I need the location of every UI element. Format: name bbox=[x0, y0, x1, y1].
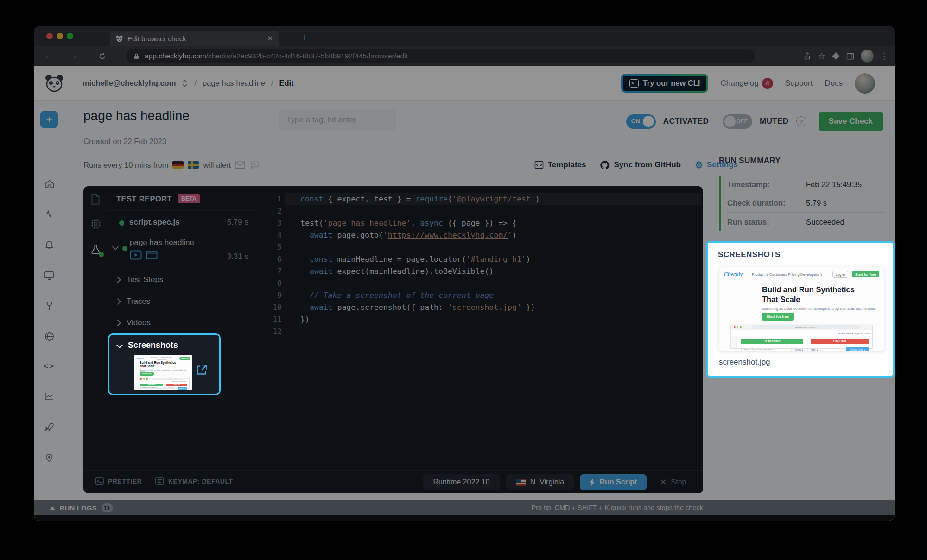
chevron-down-icon bbox=[116, 342, 123, 348]
close-window-light[interactable] bbox=[46, 33, 53, 39]
run-logs-bar[interactable]: RUN LOGS 11 Pro tip: CMD + SHIFT + K qui… bbox=[34, 500, 895, 515]
browser-tab[interactable]: Edit browser check ✕ bbox=[110, 31, 279, 46]
chevron-right-icon bbox=[114, 277, 121, 283]
templates-button[interactable]: Templates bbox=[534, 160, 586, 170]
lock-icon bbox=[133, 53, 140, 60]
chevron-right-icon bbox=[114, 298, 121, 305]
video-icon[interactable] bbox=[130, 250, 142, 260]
url-path: /checks/a2ec932b-c42c-4d16-8b37-5b8b9192… bbox=[206, 52, 408, 60]
run-summary-table: Timestamp:Feb 22 15:49:35 Check duration… bbox=[719, 176, 884, 231]
test-report-tab[interactable] bbox=[89, 243, 102, 257]
back-icon[interactable]: ← bbox=[42, 50, 55, 63]
screenshot-window-icon[interactable] bbox=[146, 250, 158, 260]
mini-cta-button: Start for free bbox=[852, 271, 879, 277]
save-check-button[interactable]: Save Check bbox=[819, 112, 883, 131]
sidebar-item-analytics[interactable] bbox=[39, 386, 59, 406]
sidebar-item-private-locations[interactable] bbox=[39, 326, 59, 346]
open-external-icon[interactable] bbox=[196, 364, 208, 376]
run-script-button[interactable]: Run Script bbox=[580, 474, 647, 490]
changelog-link[interactable]: Changelog4 bbox=[720, 78, 773, 89]
stop-button[interactable]: ✕Stop bbox=[652, 474, 694, 490]
run-logs-toggle[interactable]: RUN LOGS 11 bbox=[50, 503, 113, 512]
terminal-icon: >_ bbox=[629, 79, 639, 88]
editor-panel: TEST REPORT BETA script.spec.js 5.79 s p… bbox=[83, 186, 703, 493]
files-tab[interactable] bbox=[89, 192, 102, 206]
screenshots-panel-spotlight: SCREENSHOTS Checkly Product ∨ Customers … bbox=[706, 241, 895, 378]
url-domain: app.checklyhq.com bbox=[145, 52, 206, 60]
reload-icon[interactable] bbox=[95, 50, 108, 63]
sidebar-item-alerts[interactable] bbox=[39, 234, 59, 255]
side-panel-icon[interactable] bbox=[846, 52, 854, 60]
checkly-logo[interactable] bbox=[44, 73, 64, 94]
home-icon bbox=[44, 179, 55, 189]
prettier-status[interactable]: PRETTIER bbox=[95, 477, 142, 485]
minimize-window-light[interactable] bbox=[57, 33, 63, 39]
sidebar-item-quickstart[interactable] bbox=[39, 417, 59, 437]
beta-badge: BETA bbox=[178, 194, 200, 203]
support-link[interactable]: Support bbox=[785, 79, 813, 88]
email-alert-icon[interactable] bbox=[235, 161, 245, 169]
url-bar[interactable]: app.checklyhq.com/checks/a2ec932b-c42c-4… bbox=[126, 49, 755, 63]
activated-toggle[interactable]: ON bbox=[626, 114, 656, 129]
breadcrumb-check[interactable]: page has headline bbox=[203, 79, 265, 88]
code-editor[interactable]: 123456789101112 const { expect, test } =… bbox=[259, 186, 703, 470]
muted-label: MUTED bbox=[760, 117, 788, 126]
activated-label: ACTIVATED bbox=[663, 117, 709, 126]
try-cli-button[interactable]: >_Try our new CLI bbox=[622, 75, 708, 92]
tree-item-screenshots-spotlight[interactable]: Screenshots ChecklyProduct ∨ Customers P… bbox=[108, 333, 221, 395]
zoom-window-light[interactable] bbox=[67, 33, 73, 39]
sidebar-item-checks[interactable] bbox=[39, 204, 59, 224]
mini-site: ChecklyProduct ∨ Customers Pricing Devel… bbox=[134, 355, 192, 390]
screenshot-root: Edit browser check ✕ + ← → app.checklyhq… bbox=[0, 0, 927, 560]
summary-row-duration: Check duration:5.79 s bbox=[727, 194, 884, 213]
code-lines: const { expect, test } = require('@playw… bbox=[300, 193, 701, 338]
breadcrumb-account[interactable]: michelle@checklyhq.com bbox=[83, 79, 176, 88]
run-summary-title: RUN SUMMARY bbox=[719, 156, 884, 165]
browser-profile-avatar[interactable] bbox=[861, 50, 874, 63]
screenshot-thumbnail-large[interactable]: Checkly Product ∨ Customers Pricing Deve… bbox=[719, 267, 884, 351]
docs-link[interactable]: Docs bbox=[825, 79, 843, 88]
new-tab-button[interactable]: + bbox=[302, 31, 308, 44]
breadcrumb: michelle@checklyhq.com / page has headli… bbox=[83, 66, 294, 101]
runtime-selector[interactable]: Runtime 2022.10 bbox=[423, 474, 500, 490]
user-avatar[interactable] bbox=[855, 73, 875, 94]
tree-item-label: Test Steps bbox=[127, 275, 163, 284]
schedule-summary: Runs every 10 mins from will alert bbox=[83, 160, 259, 170]
muted-toggle[interactable]: OFF bbox=[723, 114, 752, 129]
run-summary-panel: RUN SUMMARY Timestamp:Feb 22 15:49:35 Ch… bbox=[719, 156, 884, 231]
success-dot bbox=[119, 220, 124, 226]
account-switcher-icon[interactable] bbox=[182, 79, 188, 88]
sidebar-item-snippets[interactable]: <> bbox=[39, 356, 59, 377]
test-case-name: page has headline bbox=[130, 238, 194, 247]
check-name-input[interactable]: page has headline bbox=[83, 108, 260, 129]
mini-site: Checkly Product ∨ Customers Pricing Deve… bbox=[719, 267, 884, 351]
sms-alert-icon[interactable] bbox=[249, 160, 259, 170]
sidebar-item-maintenance[interactable] bbox=[39, 296, 59, 316]
screenshots-label: Screenshots bbox=[128, 340, 178, 350]
tag-input[interactable]: Type a tag, hit enter bbox=[279, 109, 396, 130]
tab-strip: Edit browser check ✕ + bbox=[34, 26, 895, 46]
germany-flag-icon bbox=[172, 161, 184, 169]
created-date: Created on 22 Feb 2023 bbox=[83, 137, 166, 146]
extensions-puzzle-icon[interactable] bbox=[832, 52, 840, 60]
gear-icon: ⚙ bbox=[695, 159, 703, 170]
help-icon[interactable]: ? bbox=[796, 116, 806, 126]
share-icon[interactable] bbox=[803, 52, 811, 60]
test-report-header: TEST REPORT BETA bbox=[116, 194, 200, 203]
screenshot-thumbnail-small[interactable]: ChecklyProduct ∨ Customers Pricing Devel… bbox=[134, 355, 192, 390]
tab-close-icon[interactable]: ✕ bbox=[266, 34, 274, 43]
sidebar-item-home[interactable] bbox=[39, 174, 59, 194]
sync-github-button[interactable]: Sync from GitHub bbox=[600, 160, 681, 170]
create-check-button[interactable]: + bbox=[40, 111, 58, 128]
bookmark-star-icon[interactable]: ☆ bbox=[818, 51, 825, 62]
alert-text: will alert bbox=[203, 161, 231, 170]
forward-icon[interactable]: → bbox=[67, 50, 80, 63]
chrome-menu-icon[interactable]: ⋮ bbox=[880, 51, 888, 61]
region-selector[interactable]: N. Virginia bbox=[506, 474, 574, 490]
dependencies-tab[interactable] bbox=[89, 217, 102, 231]
sidebar-item-locations[interactable] bbox=[39, 447, 59, 468]
sidebar-item-dashboards[interactable] bbox=[39, 265, 59, 286]
keymap-status[interactable]: KEYMAP: DEFAULT bbox=[155, 477, 233, 485]
us-flag-icon bbox=[516, 479, 526, 486]
tree-item-label: Videos bbox=[127, 318, 151, 327]
